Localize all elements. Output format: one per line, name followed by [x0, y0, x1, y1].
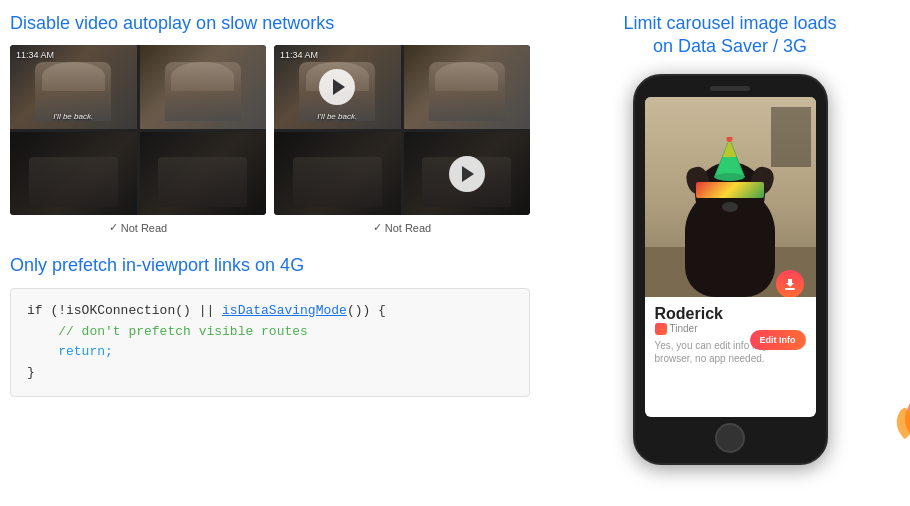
video-cell-4 — [140, 132, 267, 216]
not-read-right: ✓ Not Read — [274, 221, 530, 234]
left-section: Disable video autoplay on slow networks … — [10, 0, 530, 397]
app-name: Tinder — [670, 323, 698, 334]
subtitle-1: I'll be back. — [53, 112, 93, 121]
tinder-flame — [885, 375, 910, 445]
video-cell-7 — [274, 132, 401, 216]
right-video-panel: 11:34 AM I'll be back. ✓ Not Read — [274, 45, 530, 234]
code-line-3: return; — [27, 342, 513, 363]
play-btn-bottom[interactable] — [449, 156, 485, 192]
video-cell-5: 11:34 AM I'll be back. — [274, 45, 401, 129]
video-grid-right: 11:34 AM I'll be back. — [274, 45, 530, 215]
edit-info-button[interactable]: Edit Info — [750, 330, 806, 350]
timestamp-1: 11:34 AM — [16, 50, 54, 60]
code-section: Only prefetch in-viewport links on 4G if… — [10, 254, 530, 397]
code-line-1: if (!isOKConnection() || isDataSavingMod… — [27, 301, 513, 322]
bandana — [696, 182, 764, 198]
svg-point-2 — [715, 173, 745, 181]
video-title: Disable video autoplay on slow networks — [10, 12, 530, 35]
dog-body — [685, 187, 775, 297]
party-hat-container — [713, 137, 748, 186]
tinder-app-icon — [655, 323, 667, 335]
code-title: Only prefetch in-viewport links on 4G — [10, 254, 530, 277]
not-read-left: ✓ Not Read — [10, 221, 266, 234]
phone-mockup: Roderick Tinder Yes, you can edit info i… — [633, 74, 828, 465]
tinder-card: Roderick Tinder Yes, you can edit info i… — [645, 297, 816, 373]
video-cell-3 — [10, 132, 137, 216]
phone-speaker — [710, 86, 750, 91]
checkmark-left: ✓ — [109, 221, 118, 234]
video-cell-8 — [404, 132, 531, 216]
phone-screen: Roderick Tinder Yes, you can edit info i… — [645, 97, 816, 417]
play-btn-top[interactable] — [319, 69, 355, 105]
video-cell-1: 11:34 AM I'll be back. — [10, 45, 137, 129]
dog-body-container — [685, 187, 775, 297]
party-hat-icon — [713, 137, 748, 182]
svg-point-3 — [727, 137, 733, 142]
download-icon — [783, 277, 797, 291]
home-button[interactable] — [715, 423, 745, 453]
video-comparison: 11:34 AM I'll be back. ✓ Not Read — [10, 45, 530, 234]
left-video-panel: 11:34 AM I'll be back. ✓ Not Read — [10, 45, 266, 234]
video-grid-left: 11:34 AM I'll be back. — [10, 45, 266, 215]
code-block: if (!isOKConnection() || isDataSavingMod… — [10, 288, 530, 397]
right-section: Limit carousel image loads on Data Saver… — [550, 0, 910, 465]
code-line-4: } — [27, 363, 513, 384]
video-cell-2 — [140, 45, 267, 129]
dog-nose — [722, 202, 738, 212]
checkmark-right: ✓ — [373, 221, 382, 234]
subtitle-2: I'll be back. — [317, 112, 357, 121]
download-button[interactable] — [776, 270, 804, 297]
timestamp-2: 11:34 AM — [280, 50, 318, 60]
right-title: Limit carousel image loads on Data Saver… — [550, 12, 910, 59]
dog-photo — [645, 97, 816, 297]
code-line-2: // don't prefetch visible routes — [27, 322, 513, 343]
svg-rect-4 — [785, 288, 795, 290]
phone-container: Roderick Tinder Yes, you can edit info i… — [550, 74, 910, 465]
person-name: Roderick — [655, 305, 806, 323]
tinder-flame-icon — [885, 375, 910, 445]
video-cell-6 — [404, 45, 531, 129]
